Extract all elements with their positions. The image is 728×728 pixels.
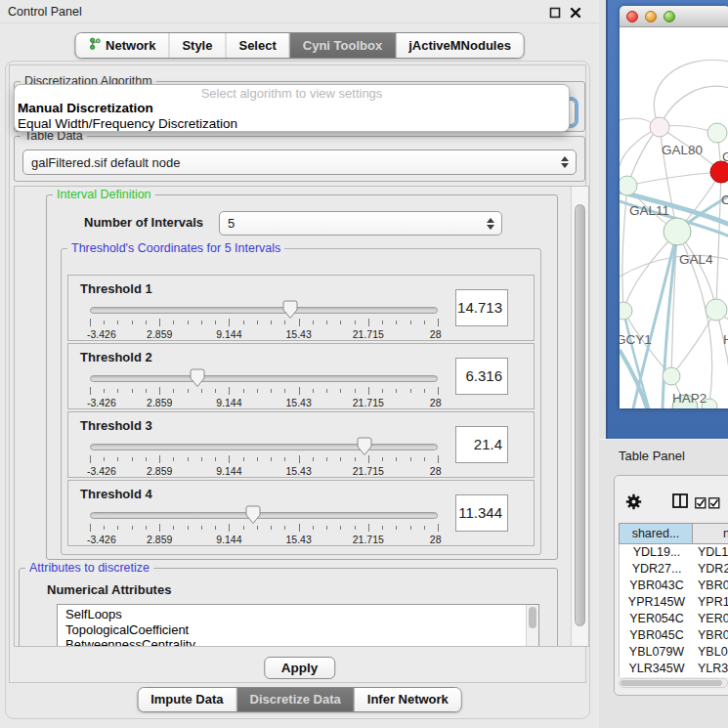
tab-jactivemnodules[interactable]: jActiveMNodules <box>396 33 524 58</box>
panel-scrollbar[interactable] <box>571 187 588 646</box>
network-canvas[interactable]: GAL80GACGAL11GAL4GCY1HHAP2 <box>620 27 728 408</box>
threshold-slider[interactable]: -3.4262.8599.14415.4321.71528 <box>90 506 438 545</box>
table-data-combobox[interactable]: galFiltered.sif default node <box>22 150 577 175</box>
table-row[interactable]: YPR145WYPR1 <box>620 594 728 611</box>
float-panel-icon[interactable] <box>548 6 562 20</box>
tick-mark <box>257 389 258 393</box>
table-hscrollbar[interactable] <box>619 678 728 688</box>
network-node-label: GCY1 <box>620 332 652 347</box>
table-row[interactable]: YDR27...YDR2 <box>620 561 728 578</box>
cell-name[interactable]: YDR2 <box>694 561 728 578</box>
table-row[interactable]: YER054CYER0 <box>620 611 728 627</box>
table-rows[interactable]: YDL19...YDL1YDR27...YDR2YBR043CYBR0YPR14… <box>619 544 728 677</box>
list-item[interactable]: BetweennessCentrality <box>65 637 538 647</box>
table-row[interactable]: YLR345WYLR3 <box>620 661 728 677</box>
numerical-attributes-list[interactable]: SelfLoopsTopologicalCoefficientBetweenne… <box>57 604 539 647</box>
list-item[interactable]: SelfLoops <box>65 607 538 622</box>
tab-discretize-data[interactable]: Discretize Data <box>237 688 355 711</box>
tab-impute-data[interactable]: Impute Data <box>138 688 236 711</box>
threshold-slider[interactable]: -3.4262.8599.14415.4321.71528 <box>90 369 438 408</box>
cell-name[interactable]: YDL1 <box>694 544 728 561</box>
show-columns-icon[interactable] <box>672 493 688 512</box>
tab-select[interactable]: Select <box>226 33 289 58</box>
settings-gear-icon[interactable] <box>625 493 642 514</box>
zoom-window-icon[interactable] <box>664 11 675 22</box>
cell-name[interactable]: YBL0 <box>694 644 728 661</box>
slider-handle-icon[interactable] <box>282 300 298 320</box>
cell-shared-name[interactable]: YBR045C <box>620 627 694 644</box>
tick-mark <box>201 457 202 461</box>
tab-infer-network[interactable]: Infer Network <box>355 688 461 711</box>
threshold-value-field[interactable]: 6.316 <box>455 358 508 395</box>
network-node-gal80[interactable] <box>650 117 669 137</box>
threshold-value-field[interactable]: 14.713 <box>455 289 508 326</box>
network-node-gal4[interactable] <box>664 218 691 245</box>
list-scrollbar-thumb[interactable] <box>529 607 536 628</box>
slider-handle-icon[interactable] <box>245 505 261 525</box>
close-panel-icon[interactable] <box>569 6 582 20</box>
cell-name[interactable]: YPR1 <box>694 594 728 611</box>
slider-track[interactable] <box>90 375 438 382</box>
table-row[interactable]: YBR045CYBR0 <box>620 627 728 644</box>
panel-scrollbar-thumb[interactable] <box>575 204 585 626</box>
tick-mark <box>229 319 230 326</box>
network-graph[interactable]: GAL80GACGAL11GAL4GCY1HHAP2 <box>620 27 728 408</box>
cell-name[interactable]: YLR3 <box>694 661 728 677</box>
slider-handle-icon[interactable] <box>190 368 205 388</box>
cell-shared-name[interactable]: YDL19... <box>620 544 694 561</box>
table-panel-header: Table Panel <box>599 439 728 473</box>
tick-label: 15.43 <box>285 328 311 340</box>
apply-button[interactable]: Apply <box>264 657 336 679</box>
threshold-slider[interactable]: -3.4262.8599.14415.4321.71528 <box>90 438 438 477</box>
slider-track[interactable] <box>90 512 438 519</box>
tick-mark <box>188 321 189 324</box>
column-header-name[interactable]: n <box>693 523 728 544</box>
threshold-value-field[interactable]: 21.4 <box>455 426 508 463</box>
table-row[interactable]: YBR043CYBR0 <box>620 578 728 594</box>
cell-shared-name[interactable]: YBR043C <box>620 578 694 594</box>
tab-network[interactable]: Network <box>75 33 169 58</box>
minimize-window-icon[interactable] <box>645 11 657 22</box>
network-node-gal11[interactable] <box>620 176 637 195</box>
network-window-titlebar[interactable] <box>620 6 728 27</box>
slider-track[interactable] <box>90 307 438 314</box>
table-row[interactable]: YBL079WYBL0 <box>620 644 728 661</box>
network-node[interactable] <box>706 299 727 321</box>
threshold-value-field[interactable]: 11.344 <box>455 494 508 532</box>
threshold-slider[interactable]: -3.4262.8599.14415.4321.71528 <box>90 301 438 340</box>
select-all-checkbox-icon[interactable] <box>695 495 707 513</box>
cell-shared-name[interactable]: YLR345W <box>620 661 694 677</box>
network-node-hap2[interactable] <box>663 367 680 385</box>
num-intervals-combobox[interactable]: 5 <box>219 211 502 236</box>
table-hscrollbar-thumb[interactable] <box>621 680 722 686</box>
attributes-group: Attributes to discretize Numerical Attri… <box>19 568 558 647</box>
cell-name[interactable]: YER0 <box>694 611 728 627</box>
num-intervals-label: Number of Intervals <box>84 215 203 230</box>
table-row[interactable]: YDL19...YDL1 <box>620 544 728 561</box>
dropdown-item-manual-discretization[interactable]: Manual Discretization <box>15 101 569 116</box>
close-window-icon[interactable] <box>626 11 638 22</box>
tab-cyni-toolbox[interactable]: Cyni Toolbox <box>290 33 396 58</box>
slider-handle-icon[interactable] <box>357 437 372 456</box>
network-node-gcy1[interactable] <box>620 302 632 320</box>
deselect-all-checkbox-icon[interactable] <box>708 495 720 513</box>
cell-shared-name[interactable]: YBL079W <box>620 644 694 661</box>
slider-ticks <box>90 524 438 533</box>
cell-shared-name[interactable]: YER054C <box>620 611 694 627</box>
list-item[interactable]: TopologicalCoefficient <box>65 622 538 638</box>
tick-mark <box>382 457 383 461</box>
tick-mark <box>410 389 411 393</box>
cell-name[interactable]: YBR0 <box>694 578 728 594</box>
dropdown-placeholder-item: Select algorithm to view settings <box>15 85 569 101</box>
network-node[interactable] <box>710 161 728 183</box>
cell-shared-name[interactable]: YDR27... <box>620 561 694 578</box>
cell-shared-name[interactable]: YPR145W <box>620 594 694 611</box>
network-node[interactable] <box>707 123 727 143</box>
tab-style[interactable]: Style <box>169 33 226 58</box>
list-scrollbar[interactable] <box>526 605 538 647</box>
dropdown-item-equal-width-frequency[interactable]: Equal Width/Frequency Discretization <box>15 116 569 132</box>
cell-name[interactable]: YBR0 <box>694 627 728 644</box>
slider-track[interactable] <box>90 444 438 450</box>
column-header-shared-name[interactable]: shared... <box>619 523 693 544</box>
tick-mark <box>188 526 189 530</box>
